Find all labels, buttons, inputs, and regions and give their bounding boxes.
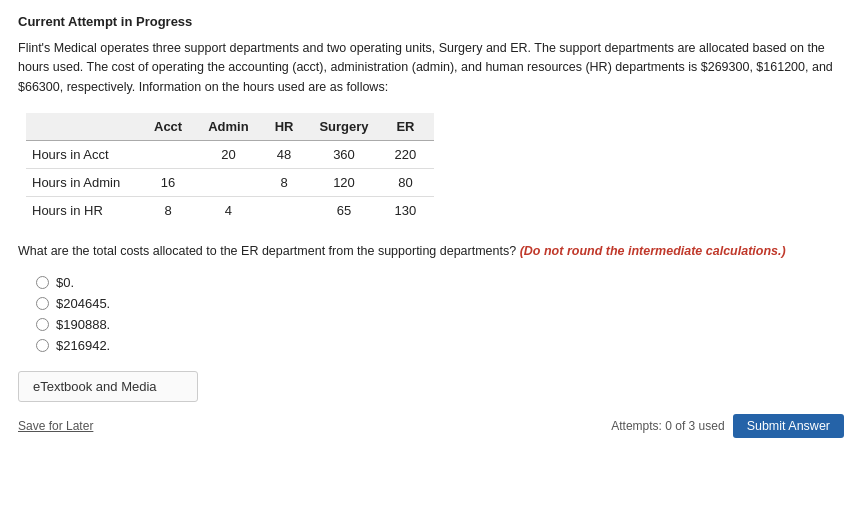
table-cell: 16 [146, 169, 200, 197]
radio-circle [36, 276, 49, 289]
bottom-bar: Save for Later Attempts: 0 of 3 used Sub… [18, 414, 844, 438]
page-wrapper: Current Attempt in Progress Flint's Medi… [0, 0, 862, 520]
radio-circle [36, 297, 49, 310]
table-cell: 120 [311, 169, 386, 197]
question-text: What are the total costs allocated to th… [18, 242, 844, 261]
table-cell: 220 [387, 141, 435, 169]
radio-circle [36, 339, 49, 352]
table-row: Hours in HR8465130 [26, 197, 434, 225]
description: Flint's Medical operates three support d… [18, 39, 844, 97]
etextbook-bar[interactable]: eTextbook and Media [18, 371, 198, 402]
table-cell: 8 [146, 197, 200, 225]
table-cell: 130 [387, 197, 435, 225]
option-item[interactable]: $190888. [36, 317, 844, 332]
options-list: $0.$204645.$190888.$216942. [36, 275, 844, 353]
table-row: Hours in Admin16812080 [26, 169, 434, 197]
save-later-link[interactable]: Save for Later [18, 419, 93, 433]
table-header-row: Acct Admin HR Surgery ER [26, 113, 434, 141]
radio-circle [36, 318, 49, 331]
table-cell [267, 197, 312, 225]
question-main: What are the total costs allocated to th… [18, 244, 516, 258]
col-header-er: ER [387, 113, 435, 141]
table-cell: 48 [267, 141, 312, 169]
submit-button[interactable]: Submit Answer [733, 414, 844, 438]
table-cell: 20 [200, 141, 266, 169]
option-label: $190888. [56, 317, 110, 332]
col-header-surgery: Surgery [311, 113, 386, 141]
option-item[interactable]: $0. [36, 275, 844, 290]
table-cell: Hours in Admin [26, 169, 146, 197]
option-label: $216942. [56, 338, 110, 353]
option-label: $204645. [56, 296, 110, 311]
col-header-admin: Admin [200, 113, 266, 141]
option-label: $0. [56, 275, 74, 290]
table-cell: 4 [200, 197, 266, 225]
table-row: Hours in Acct2048360220 [26, 141, 434, 169]
section-title: Current Attempt in Progress [18, 14, 844, 29]
option-item[interactable]: $204645. [36, 296, 844, 311]
option-item[interactable]: $216942. [36, 338, 844, 353]
attempts-text: Attempts: 0 of 3 used [611, 419, 724, 433]
table-cell: 80 [387, 169, 435, 197]
table-cell [146, 141, 200, 169]
attempts-info: Attempts: 0 of 3 used Submit Answer [611, 414, 844, 438]
col-header-label [26, 113, 146, 141]
col-header-acct: Acct [146, 113, 200, 141]
table-cell: Hours in Acct [26, 141, 146, 169]
data-table: Acct Admin HR Surgery ER Hours in Acct20… [26, 113, 434, 224]
table-cell: Hours in HR [26, 197, 146, 225]
col-header-hr: HR [267, 113, 312, 141]
table-cell: 65 [311, 197, 386, 225]
table-cell: 8 [267, 169, 312, 197]
table-cell [200, 169, 266, 197]
question-note: (Do not round the intermediate calculati… [520, 244, 786, 258]
table-cell: 360 [311, 141, 386, 169]
